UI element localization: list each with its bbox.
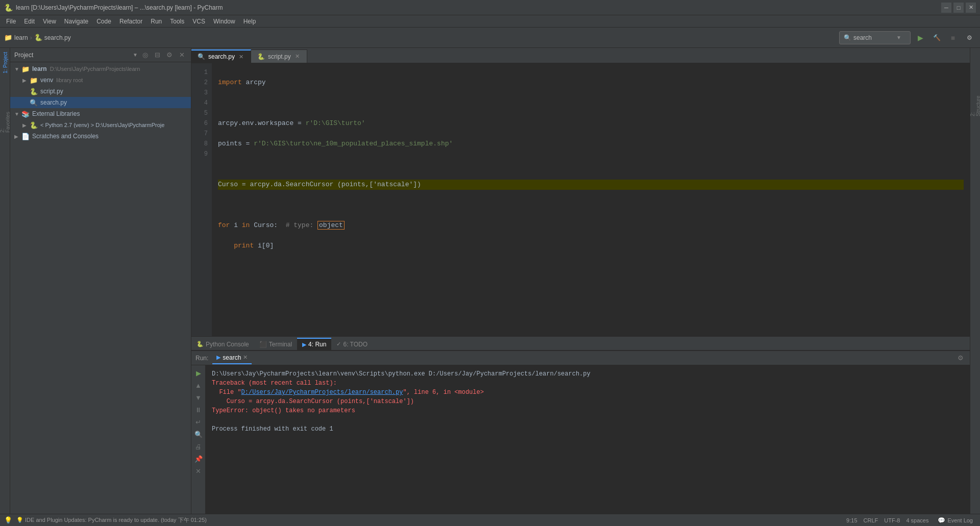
- run-pin-button[interactable]: 📌: [193, 453, 204, 464]
- locate-file-button[interactable]: ◎: [140, 50, 150, 60]
- build-button[interactable]: 🔨: [930, 31, 943, 44]
- tab-todo[interactable]: ✓ 6: TODO: [331, 338, 373, 350]
- breadcrumb-area: 📁 learn › 🐍 search.py: [4, 34, 836, 41]
- breadcrumb-file[interactable]: search.py: [44, 34, 71, 41]
- run-pause-button[interactable]: ⏸: [193, 404, 204, 415]
- tree-label-external-libs: External Libraries: [32, 110, 80, 117]
- dropdown-icon[interactable]: ▼: [896, 35, 901, 40]
- run-tab-search[interactable]: ▶ search ✕: [212, 352, 252, 364]
- cursor-position[interactable]: 9:15: [846, 517, 857, 523]
- tree-item-learn[interactable]: ▼ 📁 learn D:\Users\Jay\PycharmProjects\l…: [10, 63, 191, 74]
- menu-code[interactable]: Code: [92, 17, 115, 26]
- statusbar: 💡 💡 IDE and Plugin Updates: PyCharm is r…: [0, 514, 980, 526]
- sidebar-item-structure[interactable]: 2: Structure: [971, 91, 980, 116]
- search-box: 🔍 ▼: [839, 31, 911, 44]
- breadcrumb-project[interactable]: learn: [14, 34, 28, 41]
- tree-item-venv[interactable]: ▶ 📁 venv library root: [10, 74, 191, 86]
- code-editor[interactable]: 1 2 3 4 5 6 7 8 9 import arcpy arcpy.env…: [191, 63, 970, 336]
- bottom-area: Run: ▶ search ✕ ⚙ ▶ ▲ ▼ ⏸ ↵ 🔍 �: [191, 350, 970, 514]
- run-left-toolbar: ▶ ▲ ▼ ⏸ ↵ 🔍 🖨 📌 ✕: [191, 365, 206, 514]
- menubar: File Edit View Navigate Code Refactor Ru…: [0, 15, 980, 28]
- run-filter-button[interactable]: 🔍: [193, 429, 204, 440]
- tab-script-py[interactable]: 🐍 script.py ✕: [251, 49, 307, 63]
- close-button[interactable]: ✕: [966, 3, 976, 13]
- menu-help[interactable]: Help: [239, 17, 260, 26]
- code-line-1: import arcpy: [218, 78, 964, 88]
- tree-item-python27[interactable]: ▶ 🐍 < Python 2.7 (venv) > D:\Users\Jay\P…: [10, 119, 191, 131]
- run-scroll-up-button[interactable]: ▲: [193, 380, 204, 391]
- settings-button[interactable]: ⚙: [963, 31, 976, 44]
- run-button[interactable]: ▶: [914, 31, 927, 44]
- tab-terminal[interactable]: ⬛ Terminal: [254, 338, 297, 350]
- run-output-line-5: TypeError: object() takes no parameters: [212, 406, 964, 415]
- code-line-8: for i in Curso: # type: object: [218, 220, 964, 231]
- tab-python-console[interactable]: 🐍 Python Console: [191, 338, 254, 350]
- menu-navigate[interactable]: Navigate: [60, 17, 92, 26]
- toolbar: 📁 learn › 🐍 search.py 🔍 ▼ ▶ 🔨 ■ ⚙: [0, 28, 980, 48]
- tab-icon-search: 🔍: [198, 53, 205, 60]
- run-scroll-down-button[interactable]: ▼: [193, 392, 204, 403]
- tab-close-search[interactable]: ✕: [238, 53, 244, 61]
- run-output-line-7: Process finished with exit code 1: [212, 424, 964, 434]
- run-close-output-button[interactable]: ✕: [193, 465, 204, 477]
- panel-settings-button[interactable]: ⚙: [164, 50, 175, 60]
- run-output-line-3: File "D:/Users/Jay/PycharmProjects/learn…: [212, 388, 964, 397]
- titlebar: 🐍 learn [D:\Users\Jay\PycharmProjects\le…: [0, 0, 980, 15]
- menu-window[interactable]: Window: [209, 17, 239, 26]
- left-sidebar: 1: Project 2: Favorites: [0, 48, 10, 514]
- breadcrumb-file-icon: 🐍: [34, 34, 42, 41]
- code-content[interactable]: import arcpy arcpy.env.workspace = r'D:\…: [212, 63, 970, 336]
- menu-vcs[interactable]: VCS: [188, 17, 209, 26]
- tab-run[interactable]: ▶ 4: Run: [297, 338, 331, 350]
- menu-tools[interactable]: Tools: [166, 17, 188, 26]
- charset[interactable]: UTF-8: [884, 517, 900, 523]
- code-line-5: [218, 159, 964, 169]
- menu-run[interactable]: Run: [146, 17, 166, 26]
- stop-button[interactable]: ■: [946, 31, 960, 44]
- menu-refactor[interactable]: Refactor: [115, 17, 146, 26]
- todo-icon: ✓: [336, 341, 341, 347]
- run-wrap-button[interactable]: ↵: [193, 416, 204, 428]
- collapse-all-button[interactable]: ⊟: [152, 50, 162, 60]
- run-label: Run:: [195, 355, 208, 362]
- code-line-7: [218, 200, 964, 210]
- code-line-4: points = r'D:\GIS\turto\ne_10m_populated…: [218, 139, 964, 149]
- code-line-6: Curso = arcpy.da.SearchCursor (points,['…: [218, 180, 964, 190]
- file-link[interactable]: D:/Users/Jay/PycharmProjects/learn/searc…: [241, 389, 403, 396]
- tree-label-learn: learn: [32, 65, 47, 72]
- tree-item-search-py[interactable]: ▶ 🔍 search.py: [10, 97, 191, 108]
- search-input[interactable]: [853, 34, 894, 41]
- sidebar-item-project[interactable]: 1: Project: [1, 50, 10, 76]
- tree-label-search-py: search.py: [40, 99, 67, 106]
- app-icon: 🐍: [4, 4, 13, 12]
- event-log-button[interactable]: 💬 Event Log: [935, 514, 976, 527]
- panel-close-button[interactable]: ✕: [177, 50, 187, 60]
- maximize-button[interactable]: □: [953, 3, 964, 13]
- run-output-line-4: Curso = arcpy.da.SearchCursor (points,['…: [212, 397, 964, 406]
- status-update-message: 💡 IDE and Plugin Updates: PyCharm is rea…: [16, 516, 207, 524]
- tree-item-script-py[interactable]: ▶ 🐍 script.py: [10, 86, 191, 97]
- tab-label-script: script.py: [268, 53, 291, 60]
- project-tree: ▼ 📁 learn D:\Users\Jay\PycharmProjects\l…: [10, 62, 191, 514]
- tree-item-scratches[interactable]: ▶ 📄 Scratches and Consoles: [10, 131, 191, 142]
- menu-view[interactable]: View: [39, 17, 60, 26]
- event-log-label: Event Log: [947, 517, 973, 523]
- tab-icon-script: 🐍: [257, 53, 265, 60]
- tab-close-script[interactable]: ✕: [294, 53, 301, 60]
- tree-label-python27: < Python 2.7 (venv) > D:\Users\Jay\Pycha…: [40, 122, 164, 128]
- menu-edit[interactable]: Edit: [20, 17, 39, 26]
- tree-item-external-libs[interactable]: ▼ 📚 External Libraries: [10, 108, 191, 119]
- run-output-line-1: D:\Users\Jay\PycharmProjects\learn\venv\…: [212, 369, 964, 379]
- run-tab-close[interactable]: ✕: [243, 354, 248, 361]
- run-settings-button[interactable]: ⚙: [955, 353, 966, 363]
- run-play-button[interactable]: ▶: [193, 367, 204, 379]
- event-log-icon: 💬: [938, 517, 945, 524]
- run-print-button[interactable]: 🖨: [193, 441, 204, 452]
- menu-file[interactable]: File: [2, 17, 20, 26]
- minimize-button[interactable]: ─: [941, 3, 951, 13]
- editor-area: 🔍 search.py ✕ 🐍 script.py ✕ 1 2 3 4 5: [191, 48, 970, 336]
- tab-search-py[interactable]: 🔍 search.py ✕: [191, 49, 251, 63]
- sidebar-item-favorites[interactable]: 2: Favorites: [1, 107, 10, 133]
- line-separator[interactable]: CRLF: [864, 517, 878, 523]
- indent[interactable]: 4 spaces: [906, 517, 928, 523]
